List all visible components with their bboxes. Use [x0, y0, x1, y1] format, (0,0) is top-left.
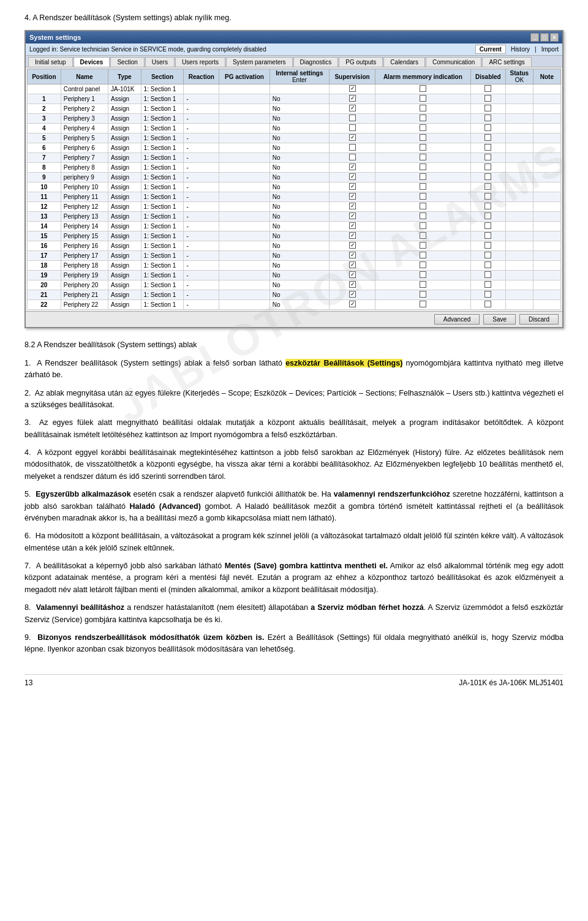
- alarm-cell[interactable]: [375, 153, 470, 163]
- alarm-cell[interactable]: [375, 212, 470, 222]
- supervision-cell[interactable]: ✓: [330, 192, 375, 202]
- advanced-button[interactable]: Advanced: [434, 314, 480, 325]
- alarm-cell[interactable]: [375, 124, 470, 133]
- table-row[interactable]: 3Periphery 3Assign1: Section 1-No: [28, 114, 561, 124]
- supervision-cell[interactable]: ✓: [330, 231, 375, 241]
- disabled-cell[interactable]: [470, 261, 505, 271]
- table-row[interactable]: 15Periphery 15Assign1: Section 1-No✓: [28, 231, 561, 241]
- disabled-cell[interactable]: [470, 173, 505, 182]
- import-button[interactable]: Import: [541, 46, 559, 53]
- alarm-cell[interactable]: [375, 94, 470, 104]
- disabled-cell[interactable]: [470, 163, 505, 173]
- supervision-cell[interactable]: ✓: [330, 173, 375, 182]
- alarm-cell[interactable]: [375, 104, 470, 114]
- table-row[interactable]: 8Periphery 8Assign1: Section 1-No✓: [28, 163, 561, 173]
- supervision-cell[interactable]: ✓: [330, 280, 375, 290]
- disabled-cell[interactable]: [470, 222, 505, 231]
- alarm-cell[interactable]: [375, 280, 470, 290]
- supervision-cell[interactable]: ✓: [330, 133, 375, 143]
- minimize-button[interactable]: _: [530, 33, 539, 42]
- table-row[interactable]: 17Periphery 17Assign1: Section 1-No✓: [28, 251, 561, 261]
- supervision-cell[interactable]: ✓: [330, 290, 375, 300]
- alarm-cell[interactable]: [375, 290, 470, 300]
- disabled-cell[interactable]: [470, 290, 505, 300]
- alarm-cell[interactable]: [375, 222, 470, 231]
- alarm-cell[interactable]: [375, 85, 470, 94]
- disabled-cell[interactable]: [470, 202, 505, 212]
- table-row[interactable]: 13Periphery 13Assign1: Section 1-No✓: [28, 212, 561, 222]
- alarm-cell[interactable]: [375, 241, 470, 251]
- table-row[interactable]: Control panelJA-101K1: Section 1✓: [28, 85, 561, 94]
- disabled-cell[interactable]: [470, 271, 505, 280]
- disabled-cell[interactable]: [470, 114, 505, 124]
- table-row[interactable]: 22Periphery 22Assign1: Section 1-No✓: [28, 300, 561, 310]
- disabled-cell[interactable]: [470, 280, 505, 290]
- tab-users[interactable]: Users: [145, 57, 175, 67]
- table-row[interactable]: 6Periphery 6Assign1: Section 1-No: [28, 143, 561, 153]
- disabled-cell[interactable]: [470, 231, 505, 241]
- alarm-cell[interactable]: [375, 192, 470, 202]
- disabled-cell[interactable]: [470, 182, 505, 192]
- table-row[interactable]: 14Periphery 14Assign1: Section 1-No✓: [28, 222, 561, 231]
- alarm-cell[interactable]: [375, 133, 470, 143]
- table-row[interactable]: 21Periphery 21Assign1: Section 1-No✓: [28, 290, 561, 300]
- supervision-cell[interactable]: ✓: [330, 300, 375, 310]
- table-row[interactable]: 7Periphery 7Assign1: Section 1-No: [28, 153, 561, 163]
- alarm-cell[interactable]: [375, 300, 470, 310]
- tab-diagnostics[interactable]: Diagnostics: [293, 57, 339, 67]
- table-row[interactable]: 19Periphery 19Assign1: Section 1-No✓: [28, 271, 561, 280]
- table-row[interactable]: 2Periphery 2Assign1: Section 1-No✓: [28, 104, 561, 114]
- supervision-cell[interactable]: ✓: [330, 202, 375, 212]
- alarm-cell[interactable]: [375, 251, 470, 261]
- table-row[interactable]: 12Periphery 12Assign1: Section 1-No✓: [28, 202, 561, 212]
- table-row[interactable]: 20Periphery 20Assign1: Section 1-No✓: [28, 280, 561, 290]
- table-row[interactable]: 11Periphery 11Assign1: Section 1-No✓: [28, 192, 561, 202]
- alarm-cell[interactable]: [375, 182, 470, 192]
- maximize-button[interactable]: □: [540, 33, 549, 42]
- disabled-cell[interactable]: [470, 153, 505, 163]
- disabled-cell[interactable]: [470, 94, 505, 104]
- supervision-cell[interactable]: ✓: [330, 241, 375, 251]
- alarm-cell[interactable]: [375, 271, 470, 280]
- supervision-cell[interactable]: ✓: [330, 261, 375, 271]
- alarm-cell[interactable]: [375, 202, 470, 212]
- tab-section[interactable]: Section: [110, 57, 144, 67]
- supervision-cell[interactable]: [330, 124, 375, 133]
- disabled-cell[interactable]: [470, 143, 505, 153]
- supervision-cell[interactable]: ✓: [330, 212, 375, 222]
- alarm-cell[interactable]: [375, 173, 470, 182]
- disabled-cell[interactable]: [470, 241, 505, 251]
- table-row[interactable]: 18Periphery 18Assign1: Section 1-No✓: [28, 261, 561, 271]
- table-row[interactable]: 1Periphery 1Assign1: Section 1-No✓: [28, 94, 561, 104]
- alarm-cell[interactable]: [375, 231, 470, 241]
- supervision-cell[interactable]: ✓: [330, 104, 375, 114]
- supervision-cell[interactable]: ✓: [330, 271, 375, 280]
- alarm-cell[interactable]: [375, 163, 470, 173]
- alarm-cell[interactable]: [375, 114, 470, 124]
- supervision-cell[interactable]: ✓: [330, 182, 375, 192]
- tab-system-parameters[interactable]: System parameters: [226, 57, 293, 67]
- disabled-cell[interactable]: [470, 212, 505, 222]
- current-button[interactable]: Current: [475, 45, 506, 54]
- table-row[interactable]: 10Periphery 10Assign1: Section 1-No✓: [28, 182, 561, 192]
- disabled-cell[interactable]: [470, 300, 505, 310]
- disabled-cell[interactable]: [470, 251, 505, 261]
- disabled-cell[interactable]: [470, 133, 505, 143]
- disabled-cell[interactable]: [470, 85, 505, 94]
- table-row[interactable]: 16Periphery 16Assign1: Section 1-No✓: [28, 241, 561, 251]
- table-row[interactable]: 4Periphery 4Assign1: Section 1-No: [28, 124, 561, 133]
- table-row[interactable]: 9periphery 9Assign1: Section 1-No✓: [28, 173, 561, 182]
- supervision-cell[interactable]: ✓: [330, 163, 375, 173]
- alarm-cell[interactable]: [375, 143, 470, 153]
- tab-devices[interactable]: Devices: [74, 57, 110, 67]
- tab-pg-outputs[interactable]: PG outputs: [339, 57, 383, 67]
- supervision-cell[interactable]: ✓: [330, 85, 375, 94]
- supervision-cell[interactable]: ✓: [330, 251, 375, 261]
- tab-users-reports[interactable]: Users reports: [175, 57, 225, 67]
- history-button[interactable]: History: [511, 46, 530, 53]
- disabled-cell[interactable]: [470, 104, 505, 114]
- alarm-cell[interactable]: [375, 261, 470, 271]
- tab-arc-settings[interactable]: ARC settings: [482, 57, 531, 67]
- supervision-cell[interactable]: ✓: [330, 222, 375, 231]
- save-button[interactable]: Save: [483, 314, 516, 325]
